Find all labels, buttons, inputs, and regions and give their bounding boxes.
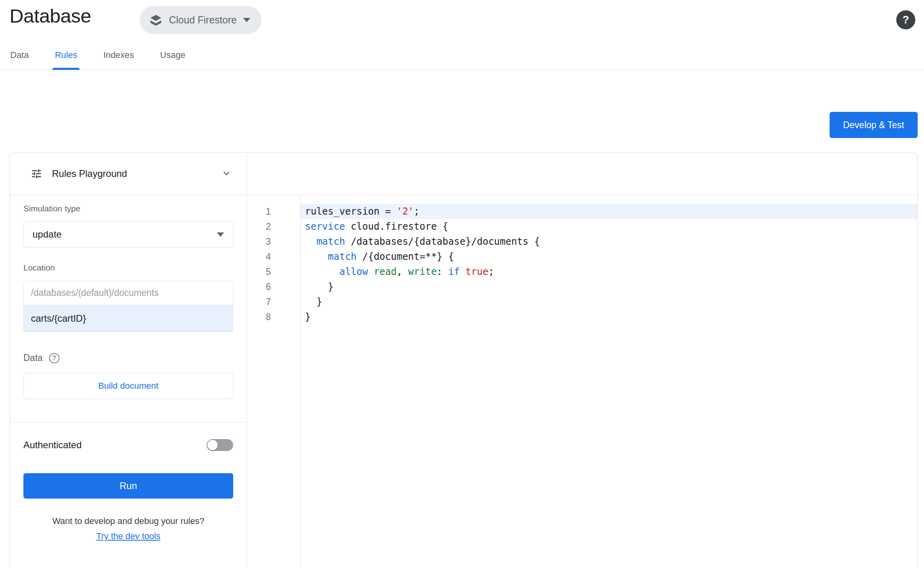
tab-indexes[interactable]: Indexes [103,44,135,70]
help-button[interactable]: ? [896,10,915,29]
tab-bar: DataRulesIndexesUsage [0,44,924,70]
product-selector[interactable]: Cloud Firestore [140,6,261,34]
code-line-4[interactable]: match /{document=**} { [301,249,917,264]
tab-data[interactable]: Data [10,44,29,70]
authenticated-row: Authenticated [23,422,233,451]
simulation-type-value: update [33,229,61,240]
authenticated-label: Authenticated [23,439,82,451]
playground-title: Rules Playground [52,168,127,179]
editor-code[interactable]: rules_version = '2';service cloud.firest… [301,195,917,568]
data-label: Data [23,353,43,363]
code-line-5[interactable]: allow read, write: if true; [301,264,917,279]
tune-icon [31,168,42,180]
playground-sidebar: Simulation type update Location /databas… [10,195,247,568]
product-selector-label: Cloud Firestore [169,14,237,26]
line-number: 7 [247,294,271,309]
panel-header: Rules Playground [10,153,917,195]
tab-rules[interactable]: Rules [54,44,78,70]
line-number: 3 [247,234,271,249]
data-help-icon[interactable]: ? [49,353,59,363]
playground-header[interactable]: Rules Playground [10,153,247,195]
simulation-type-label: Simulation type [23,204,233,213]
location-label: Location [23,263,233,272]
line-number: 4 [247,249,271,264]
build-document-button[interactable]: Build document [23,373,233,399]
tab-usage[interactable]: Usage [159,44,186,70]
code-line-8[interactable]: } [301,309,917,324]
line-number: 8 [247,309,271,324]
devtools-prompt: Want to develop and debug your rules? [23,516,233,526]
chevron-down-icon [217,232,224,237]
help-icon: ? [903,14,909,26]
rules-panel: Rules Playground Simulation type update … [10,152,918,568]
code-line-6[interactable]: } [301,279,917,294]
page-title: Database [10,5,91,27]
location-input[interactable]: carts/{cartID} [24,305,233,332]
code-line-7[interactable]: } [301,294,917,309]
location-prefix: /databases/(default)/documents [24,281,233,305]
collapse-chevron-icon[interactable] [220,168,232,180]
line-number: 1 [247,204,271,219]
toggle-thumb [207,440,218,450]
simulation-type-select[interactable]: update [23,221,233,248]
line-number: 6 [247,279,271,294]
location-field: /databases/(default)/documents carts/{ca… [23,281,233,332]
chevron-down-icon [243,18,250,22]
firestore-icon [149,13,163,27]
line-number: 2 [247,219,271,234]
run-button[interactable]: Run [23,473,233,499]
code-line-1[interactable]: rules_version = '2'; [301,204,917,219]
code-line-3[interactable]: match /databases/{database}/documents { [301,234,917,249]
toolbar-row: Develop & Test [0,112,924,138]
authenticated-toggle[interactable] [207,439,233,451]
devtools-link[interactable]: Try the dev tools [23,531,233,541]
line-number: 5 [247,264,271,279]
editor-toolbar [247,153,917,195]
rules-editor[interactable]: 12345678 rules_version = '2';service clo… [247,195,917,568]
panel-body: Simulation type update Location /databas… [10,195,917,568]
develop-test-button[interactable]: Develop & Test [830,112,918,138]
code-line-2[interactable]: service cloud.firestore { [301,219,917,234]
data-row: Data ? [23,353,233,363]
app-header: Database Cloud Firestore ? [0,0,924,44]
editor-gutter: 12345678 [247,195,301,568]
